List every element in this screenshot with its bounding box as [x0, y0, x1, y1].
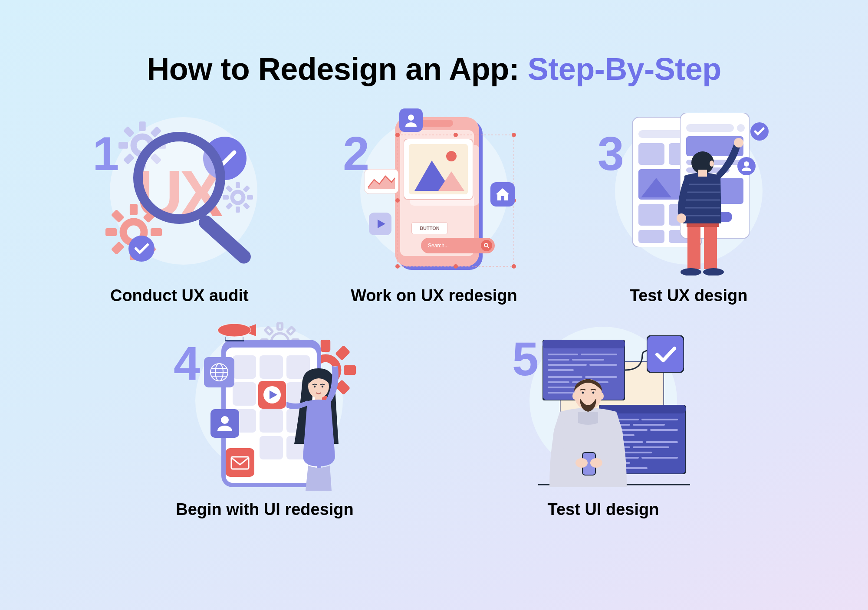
svg-point-183 — [575, 458, 588, 468]
step-number: 5 — [512, 331, 539, 386]
svg-rect-91 — [698, 170, 707, 177]
svg-point-32 — [138, 137, 220, 219]
svg-point-142 — [314, 386, 316, 387]
svg-line-43 — [487, 246, 489, 248]
blimp-icon — [217, 322, 256, 341]
svg-rect-181 — [647, 335, 684, 373]
chart-chip-icon — [365, 169, 398, 193]
step-card: 4 — [156, 322, 373, 519]
step-card: 3 — [580, 108, 797, 305]
step-card: 2 BUTTON — [326, 108, 542, 305]
svg-rect-116 — [278, 323, 283, 329]
person-woman-icon — [286, 366, 365, 492]
svg-rect-137 — [226, 448, 254, 477]
svg-point-89 — [677, 213, 686, 223]
play-tile-icon — [258, 381, 286, 409]
svg-point-189 — [599, 393, 604, 400]
illustration-ui-redesign: 4 — [174, 322, 356, 487]
svg-rect-33 — [196, 213, 254, 265]
step-number: 2 — [343, 126, 369, 181]
svg-point-41 — [446, 151, 457, 161]
svg-rect-95 — [233, 355, 256, 379]
user-chip-icon — [399, 108, 423, 132]
step-card: 1 UX — [71, 108, 288, 305]
svg-rect-122 — [265, 327, 273, 335]
illustration-test-ux: 3 — [598, 108, 780, 273]
globe-tile-icon — [204, 357, 234, 387]
person-back-icon — [656, 132, 747, 275]
svg-rect-79 — [704, 221, 717, 269]
step-card: 5 — [495, 322, 712, 519]
svg-point-53 — [512, 264, 516, 269]
steps-grid: 1 UX — [0, 87, 868, 519]
svg-point-51 — [512, 133, 516, 137]
step-caption: Test UX design — [630, 286, 748, 305]
step-caption: Work on UX redesign — [351, 286, 517, 305]
svg-point-52 — [395, 264, 400, 269]
svg-rect-68 — [686, 124, 734, 132]
illustration-test-ui: 5 — [512, 322, 694, 487]
step-number: 1 — [92, 126, 119, 181]
image-card-icon — [404, 139, 482, 208]
home-chip-icon — [490, 182, 515, 207]
svg-rect-26 — [111, 241, 125, 255]
svg-rect-120 — [287, 327, 295, 335]
search-pill: Search... — [421, 238, 495, 253]
svg-point-50 — [395, 133, 400, 137]
step-caption: Begin with UI redesign — [176, 500, 354, 519]
svg-point-88 — [734, 138, 743, 148]
title-main: How to Redesign an App: — [147, 52, 527, 86]
svg-point-69 — [737, 124, 745, 132]
svg-point-143 — [322, 386, 323, 387]
check-tile-icon — [647, 335, 684, 373]
svg-point-81 — [703, 268, 724, 275]
svg-rect-101 — [260, 409, 283, 433]
svg-rect-3 — [118, 142, 128, 148]
row-2: 4 — [52, 322, 816, 519]
row-1: 1 UX — [52, 108, 816, 305]
step-number: 4 — [174, 335, 200, 390]
step-caption: Test UI design — [548, 500, 659, 519]
svg-rect-78 — [687, 221, 700, 269]
svg-point-55 — [454, 264, 458, 269]
person-man-icon — [538, 370, 638, 492]
svg-point-188 — [572, 393, 577, 400]
svg-rect-27 — [111, 210, 125, 223]
svg-point-56 — [395, 198, 400, 203]
svg-point-184 — [590, 458, 602, 468]
page-title: How to Redesign an App: Step-By-Step — [0, 0, 868, 87]
user-tile-icon — [210, 409, 239, 438]
play-chip-icon — [369, 213, 391, 235]
button-mock: BUTTON — [411, 222, 448, 234]
svg-point-54 — [454, 133, 458, 137]
check-badge-icon — [750, 121, 769, 141]
svg-rect-106 — [321, 340, 330, 352]
svg-point-45 — [408, 115, 414, 121]
svg-rect-128 — [225, 340, 244, 341]
search-icon — [481, 240, 492, 251]
svg-rect-110 — [335, 345, 351, 361]
svg-point-136 — [221, 416, 229, 424]
svg-point-187 — [592, 392, 595, 394]
svg-point-186 — [582, 392, 584, 394]
svg-rect-149 — [542, 340, 625, 348]
svg-rect-103 — [260, 436, 283, 459]
svg-point-80 — [681, 268, 701, 275]
illustration-ux-redesign: 2 BUTTON — [343, 108, 525, 273]
svg-point-92 — [710, 161, 714, 167]
magnifier-icon — [127, 126, 257, 265]
svg-rect-96 — [260, 355, 283, 379]
illustration-ux-audit: 1 UX — [88, 108, 270, 273]
step-caption: Conduct UX audit — [110, 286, 249, 305]
title-accent: Step-By-Step — [528, 52, 721, 86]
svg-point-42 — [484, 243, 488, 247]
mail-tile-icon — [226, 448, 254, 477]
step-number: 3 — [598, 126, 624, 181]
svg-rect-37 — [421, 120, 453, 127]
svg-rect-98 — [233, 382, 256, 406]
svg-rect-23 — [105, 228, 117, 236]
